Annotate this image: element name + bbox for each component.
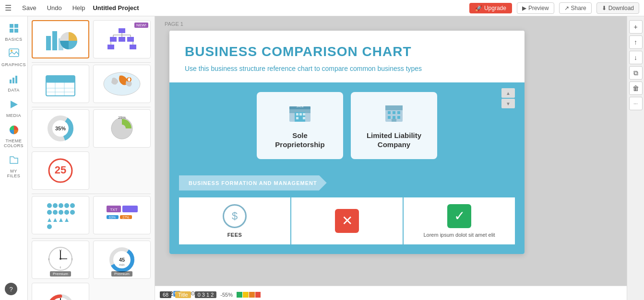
svg-text:6: 6 <box>60 266 61 269</box>
help-button[interactable]: Help <box>70 3 88 12</box>
svg-text:25: 25 <box>54 164 66 176</box>
color-bars <box>237 292 261 298</box>
data-cell-fees-sole: ✕ <box>291 197 403 244</box>
svg-rect-104 <box>255 292 261 298</box>
infographic-subtitle: Use this business structure reference ch… <box>185 64 509 74</box>
panel-item-counter[interactable]: 25 <box>32 151 89 190</box>
svg-marker-56 <box>53 218 57 222</box>
panel-divider-3 <box>32 194 151 194</box>
data-section: $ FEES ✕ ✓ Lorem ipsum dolot sit amet el… <box>169 197 525 254</box>
section-header-label: BUSINESS FORMATION AND MANAGEMENT <box>179 175 327 191</box>
copy-button[interactable]: ⧉ <box>629 66 643 80</box>
svg-text:35%: 35% <box>55 126 65 131</box>
more-options-button[interactable]: ··· <box>629 97 643 110</box>
panel-item-calendar[interactable] <box>32 65 89 103</box>
svg-point-50 <box>47 210 52 215</box>
graphics-icon <box>9 48 19 61</box>
panel-item-clock-25[interactable]: 25% <box>93 109 151 148</box>
svg-rect-97 <box>388 116 391 119</box>
panel-item-world-map[interactable] <box>93 65 151 103</box>
svg-marker-57 <box>59 218 63 222</box>
help-button-circle[interactable]: ? <box>5 283 17 295</box>
infographic[interactable]: BUSINESS COMPARISON CHART Use this busin… <box>169 31 525 254</box>
media-label: MEDIA <box>6 113 21 118</box>
business-types-row: SALE SoleProprietorship <box>169 82 525 169</box>
svg-rect-103 <box>249 292 255 298</box>
panel-item-gauge[interactable]: Premium 50 <box>32 283 89 300</box>
preview-icon: ▶ <box>522 5 526 12</box>
check-icon: ✓ <box>447 204 471 228</box>
svg-text:SALE: SALE <box>296 105 303 108</box>
svg-rect-3 <box>14 29 18 33</box>
svg-point-48 <box>64 203 69 208</box>
panel-item-donut-35[interactable]: 35% <box>32 109 89 148</box>
panel-item-text-bars[interactable]: TXT 63% 27% <box>93 196 151 234</box>
svg-point-46 <box>53 203 58 208</box>
panel-item-org-chart[interactable]: NEW! <box>93 20 151 58</box>
data-icon <box>9 74 19 87</box>
store-icon: SALE <box>287 102 312 125</box>
panel-item-chart-pie[interactable] <box>32 20 89 58</box>
svg-rect-101 <box>237 292 242 298</box>
infographic-header: BUSINESS COMPARISON CHART Use this busin… <box>169 31 525 82</box>
svg-rect-16 <box>110 37 117 42</box>
sidebar-item-graphics[interactable]: GRAPHICS <box>1 46 26 70</box>
upgrade-icon: 🚀 <box>475 5 482 12</box>
upgrade-button[interactable]: 🚀 Upgrade <box>469 3 512 13</box>
download-button[interactable]: ⬇ Download <box>596 2 639 14</box>
basics-icon <box>9 23 19 36</box>
canvas-area[interactable]: PAGE 1 BUSINESS COMPARISON CHART Use thi… <box>155 16 627 300</box>
project-title: Untitled Project <box>93 4 464 12</box>
media-icon <box>9 99 19 112</box>
x-icon: ✕ <box>335 209 359 233</box>
topbar: ☰ Save Undo Help Untitled Project 🚀 Upgr… <box>0 0 644 16</box>
svg-rect-0 <box>10 24 13 28</box>
move-up-button[interactable]: ↑ <box>629 35 643 49</box>
panel-grid-5: Premium 12 6 9 3 Premium 45 <box>32 241 151 300</box>
business-type-llc[interactable]: Limited LiabilityCompany <box>351 92 437 159</box>
scroll-down-btn[interactable]: ▼ <box>501 99 515 108</box>
section-header: BUSINESS FORMATION AND MANAGEMENT <box>169 169 525 197</box>
panel-item-dots[interactable] <box>32 196 89 234</box>
graphics-label: GRAPHICS <box>1 62 26 67</box>
basics-label: BASICS <box>5 37 22 42</box>
premium-badge-timer: Premium <box>111 271 132 277</box>
svg-text:63%: 63% <box>108 216 115 219</box>
undo-button[interactable]: Undo <box>44 3 65 12</box>
svg-rect-90 <box>296 117 298 119</box>
scroll-up-btn[interactable]: ▲ <box>501 88 515 98</box>
svg-point-52 <box>59 210 63 215</box>
sidebar-item-data[interactable]: DATA <box>1 71 26 95</box>
svg-rect-100 <box>392 119 396 122</box>
save-button[interactable]: Save <box>19 3 39 12</box>
new-badge: NEW! <box>134 23 148 28</box>
delete-button[interactable]: 🗑 <box>629 81 643 95</box>
svg-text:27%: 27% <box>122 216 129 219</box>
infographic-title: BUSINESS COMPARISON CHART <box>185 44 509 59</box>
move-down-button[interactable]: ↓ <box>629 51 643 64</box>
svg-marker-58 <box>65 218 69 222</box>
business-type-sole-prop[interactable]: SALE SoleProprietorship <box>257 92 343 159</box>
svg-rect-95 <box>393 111 395 114</box>
sole-prop-name: SoleProprietorship <box>275 131 324 150</box>
svg-text:12: 12 <box>59 249 62 252</box>
panel-item-timer[interactable]: Premium 45 min <box>93 241 151 279</box>
percent-display: -55% <box>220 292 233 298</box>
sidebar-item-theme-colors[interactable]: THEME COLORS <box>1 122 26 151</box>
svg-text:45: 45 <box>119 257 124 263</box>
panel-divider-1 <box>32 62 151 63</box>
svg-rect-96 <box>397 111 400 114</box>
svg-rect-19 <box>107 45 114 49</box>
sidebar-item-basics[interactable]: BASICS <box>1 20 26 45</box>
menu-icon[interactable]: ☰ <box>5 3 12 12</box>
page-label: PAGE 1 <box>165 21 183 27</box>
sidebar-item-media[interactable]: MEDIA <box>1 96 26 121</box>
preview-button[interactable]: ▶ Preview <box>517 2 554 14</box>
share-button[interactable]: ↗ Share <box>559 2 592 14</box>
svg-text:TXT: TXT <box>110 208 117 212</box>
svg-rect-20 <box>130 45 136 49</box>
sidebar-item-my-files[interactable]: MY FILES <box>1 152 26 181</box>
add-element-button[interactable]: + <box>629 20 643 34</box>
svg-marker-9 <box>11 101 18 108</box>
panel-item-clock-analog[interactable]: Premium 12 6 9 3 <box>32 241 89 279</box>
